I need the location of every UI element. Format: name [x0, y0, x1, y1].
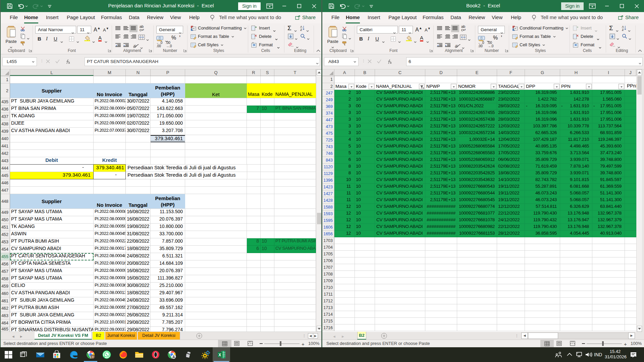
svg-text:X: X — [218, 353, 221, 357]
svg-text:D: D — [92, 355, 94, 358]
svg-text:Z: Z — [622, 28, 624, 31]
svg-text:Z: Z — [300, 28, 302, 31]
